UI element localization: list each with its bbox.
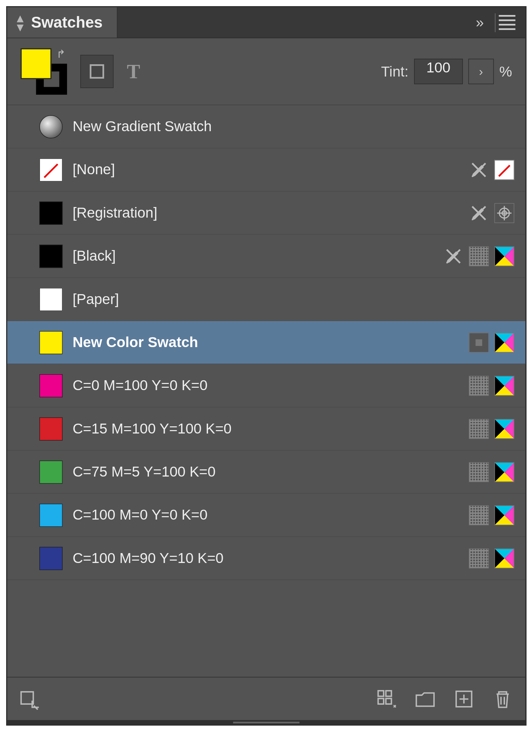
swatch-name: C=0 M=100 Y=0 K=0	[72, 377, 459, 394]
divider	[495, 13, 495, 32]
swatch-list: New Gradient Swatch[None][Registration][…	[7, 105, 525, 677]
tint-input[interactable]: 100	[414, 59, 463, 84]
swatch-badges	[469, 548, 514, 568]
svg-rect-3	[378, 690, 384, 696]
new-swatch-button[interactable]	[452, 687, 476, 710]
swatch-badges	[469, 419, 514, 439]
swatch-row[interactable]: [Registration]	[7, 192, 525, 235]
swatch-name: [None]	[72, 161, 459, 178]
swatch-name: C=15 M=100 Y=100 K=0	[72, 420, 459, 437]
swatch-badges	[469, 375, 514, 395]
swatch-badges	[469, 203, 514, 223]
delete-swatch-button[interactable]	[491, 687, 514, 710]
formatting-text-button[interactable]: T	[127, 60, 140, 83]
swatch-badges	[469, 505, 514, 525]
square-icon	[90, 64, 104, 79]
swatch-row[interactable]: New Gradient Swatch	[7, 105, 525, 148]
show-swatch-views-button[interactable]	[375, 687, 398, 710]
fill-proxy[interactable]	[21, 48, 52, 79]
swatch-thumbnail	[39, 331, 63, 354]
swatch-thumbnail	[39, 417, 63, 440]
resize-gripper[interactable]	[7, 720, 525, 725]
swatch-thumbnail	[39, 158, 63, 181]
cmyk-mode-icon	[494, 419, 514, 439]
swatch-row[interactable]: C=15 M=100 Y=100 K=0	[7, 408, 525, 451]
spot-color-icon	[469, 332, 489, 352]
tint-control: Tint: 100 › %	[381, 59, 512, 84]
swatch-row[interactable]: C=100 M=0 Y=0 K=0	[7, 494, 525, 537]
tint-unit: %	[499, 63, 512, 80]
swatch-row[interactable]: C=100 M=90 Y=10 K=0	[7, 537, 525, 580]
swatch-row[interactable]: [Paper]	[7, 278, 525, 321]
swatch-row[interactable]: New Color Swatch	[7, 321, 525, 364]
swatch-thumbnail	[39, 374, 63, 397]
swatch-thumbnail	[39, 201, 63, 224]
process-color-icon	[469, 505, 489, 525]
swatches-panel: ▴▾ Swatches » ↱ T Tint: 100 › % New Grad…	[6, 6, 527, 726]
panel-tab-bar: ▴▾ Swatches »	[7, 7, 525, 38]
swatch-badges	[469, 332, 514, 352]
swatch-name: New Gradient Swatch	[72, 118, 504, 135]
expand-collapse-icon: ▴▾	[17, 14, 23, 31]
non-editable-icon	[469, 160, 489, 180]
cmyk-mode-icon	[494, 246, 514, 266]
cmyk-mode-icon	[494, 505, 514, 525]
swatch-name: [Paper]	[72, 291, 504, 308]
swatch-badges	[469, 160, 514, 180]
swatch-row[interactable]: C=0 M=100 Y=0 K=0	[7, 364, 525, 407]
process-color-icon	[469, 375, 489, 395]
swatch-thumbnail	[39, 115, 63, 138]
cmyk-mode-icon	[494, 375, 514, 395]
none-type-icon	[494, 160, 514, 180]
swatch-badges	[444, 246, 514, 266]
svg-rect-6	[386, 698, 391, 704]
cmyk-mode-icon	[494, 332, 514, 352]
swatch-name: [Registration]	[72, 204, 459, 221]
swatch-name: C=100 M=0 Y=0 K=0	[72, 506, 459, 523]
cmyk-mode-icon	[494, 548, 514, 568]
swatch-thumbnail	[39, 244, 63, 267]
svg-rect-4	[386, 690, 391, 696]
svg-rect-2	[21, 691, 33, 704]
new-color-group-button[interactable]	[413, 687, 437, 710]
non-editable-icon	[469, 203, 489, 223]
cmyk-mode-icon	[494, 462, 514, 482]
panel-title: Swatches	[31, 14, 103, 31]
process-color-icon	[469, 419, 489, 439]
swatch-name: C=100 M=90 Y=10 K=0	[72, 550, 459, 567]
swatch-toolbar: ↱ T Tint: 100 › %	[7, 38, 525, 105]
swatch-thumbnail	[39, 288, 63, 311]
swatch-name: New Color Swatch	[72, 334, 459, 351]
swatch-thumbnail	[39, 547, 63, 570]
swatch-name: C=75 M=5 Y=100 K=0	[72, 463, 459, 480]
swatch-row[interactable]: C=75 M=5 Y=100 K=0	[7, 451, 525, 494]
svg-rect-5	[378, 698, 384, 704]
registration-type-icon	[494, 203, 514, 223]
tab-swatches[interactable]: ▴▾ Swatches	[7, 7, 118, 38]
swap-fill-stroke-icon[interactable]: ↱	[56, 47, 66, 60]
swatch-thumbnail	[39, 504, 63, 527]
fill-stroke-proxy[interactable]: ↱	[21, 48, 67, 95]
swatch-name: [Black]	[72, 247, 433, 264]
process-color-icon	[469, 548, 489, 568]
swatch-thumbnail	[39, 460, 63, 483]
collapse-panel-button[interactable]: »	[468, 14, 492, 31]
process-color-icon	[469, 246, 489, 266]
tint-label: Tint:	[381, 63, 408, 80]
formatting-container-button[interactable]	[80, 55, 113, 88]
panel-footer	[7, 677, 525, 720]
swatch-badges	[469, 462, 514, 482]
panel-menu-button[interactable]	[499, 15, 516, 30]
tint-stepper[interactable]: ›	[468, 59, 494, 84]
swatch-row[interactable]: [Black]	[7, 235, 525, 278]
add-to-cc-library-button[interactable]	[18, 687, 42, 710]
process-color-icon	[469, 462, 489, 482]
swatch-row[interactable]: [None]	[7, 148, 525, 191]
non-editable-icon	[444, 246, 463, 266]
